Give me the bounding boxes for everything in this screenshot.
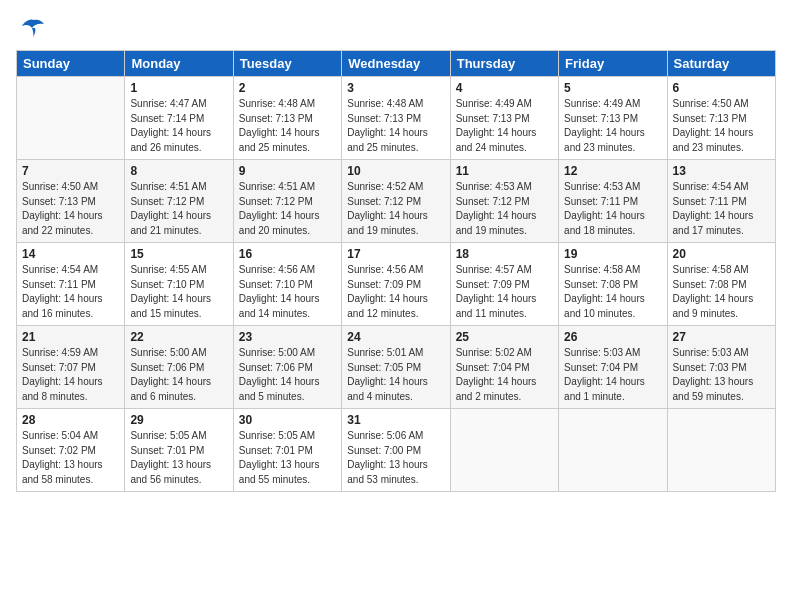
calendar-cell: 28Sunrise: 5:04 AM Sunset: 7:02 PM Dayli… (17, 409, 125, 492)
calendar-cell: 11Sunrise: 4:53 AM Sunset: 7:12 PM Dayli… (450, 160, 558, 243)
day-info: Sunrise: 4:54 AM Sunset: 7:11 PM Dayligh… (22, 263, 119, 321)
day-number: 10 (347, 164, 444, 178)
calendar-cell: 16Sunrise: 4:56 AM Sunset: 7:10 PM Dayli… (233, 243, 341, 326)
day-info: Sunrise: 4:53 AM Sunset: 7:12 PM Dayligh… (456, 180, 553, 238)
day-number: 25 (456, 330, 553, 344)
day-number: 30 (239, 413, 336, 427)
day-header-monday: Monday (125, 51, 233, 77)
day-number: 13 (673, 164, 770, 178)
day-info: Sunrise: 4:58 AM Sunset: 7:08 PM Dayligh… (564, 263, 661, 321)
day-info: Sunrise: 4:48 AM Sunset: 7:13 PM Dayligh… (347, 97, 444, 155)
day-number: 20 (673, 247, 770, 261)
day-info: Sunrise: 5:03 AM Sunset: 7:04 PM Dayligh… (564, 346, 661, 404)
day-info: Sunrise: 5:06 AM Sunset: 7:00 PM Dayligh… (347, 429, 444, 487)
calendar-week-4: 21Sunrise: 4:59 AM Sunset: 7:07 PM Dayli… (17, 326, 776, 409)
day-header-saturday: Saturday (667, 51, 775, 77)
calendar-cell: 20Sunrise: 4:58 AM Sunset: 7:08 PM Dayli… (667, 243, 775, 326)
day-number: 2 (239, 81, 336, 95)
day-info: Sunrise: 4:57 AM Sunset: 7:09 PM Dayligh… (456, 263, 553, 321)
calendar-cell: 5Sunrise: 4:49 AM Sunset: 7:13 PM Daylig… (559, 77, 667, 160)
calendar-week-1: 1Sunrise: 4:47 AM Sunset: 7:14 PM Daylig… (17, 77, 776, 160)
day-info: Sunrise: 4:59 AM Sunset: 7:07 PM Dayligh… (22, 346, 119, 404)
page-header (16, 16, 776, 38)
day-info: Sunrise: 4:51 AM Sunset: 7:12 PM Dayligh… (239, 180, 336, 238)
calendar-cell: 3Sunrise: 4:48 AM Sunset: 7:13 PM Daylig… (342, 77, 450, 160)
day-number: 31 (347, 413, 444, 427)
day-info: Sunrise: 4:52 AM Sunset: 7:12 PM Dayligh… (347, 180, 444, 238)
day-info: Sunrise: 4:51 AM Sunset: 7:12 PM Dayligh… (130, 180, 227, 238)
calendar-cell: 6Sunrise: 4:50 AM Sunset: 7:13 PM Daylig… (667, 77, 775, 160)
day-number: 26 (564, 330, 661, 344)
logo (16, 16, 50, 38)
calendar-cell: 29Sunrise: 5:05 AM Sunset: 7:01 PM Dayli… (125, 409, 233, 492)
day-number: 8 (130, 164, 227, 178)
day-info: Sunrise: 5:04 AM Sunset: 7:02 PM Dayligh… (22, 429, 119, 487)
calendar-cell: 22Sunrise: 5:00 AM Sunset: 7:06 PM Dayli… (125, 326, 233, 409)
day-number: 7 (22, 164, 119, 178)
day-number: 12 (564, 164, 661, 178)
day-header-tuesday: Tuesday (233, 51, 341, 77)
day-number: 6 (673, 81, 770, 95)
calendar-cell: 14Sunrise: 4:54 AM Sunset: 7:11 PM Dayli… (17, 243, 125, 326)
day-number: 4 (456, 81, 553, 95)
day-info: Sunrise: 4:50 AM Sunset: 7:13 PM Dayligh… (22, 180, 119, 238)
calendar-cell: 18Sunrise: 4:57 AM Sunset: 7:09 PM Dayli… (450, 243, 558, 326)
calendar-week-2: 7Sunrise: 4:50 AM Sunset: 7:13 PM Daylig… (17, 160, 776, 243)
calendar-cell: 31Sunrise: 5:06 AM Sunset: 7:00 PM Dayli… (342, 409, 450, 492)
day-info: Sunrise: 4:55 AM Sunset: 7:10 PM Dayligh… (130, 263, 227, 321)
logo-bird-icon (20, 16, 48, 38)
calendar-cell: 10Sunrise: 4:52 AM Sunset: 7:12 PM Dayli… (342, 160, 450, 243)
calendar-cell: 7Sunrise: 4:50 AM Sunset: 7:13 PM Daylig… (17, 160, 125, 243)
day-number: 11 (456, 164, 553, 178)
calendar-cell (667, 409, 775, 492)
calendar-cell: 30Sunrise: 5:05 AM Sunset: 7:01 PM Dayli… (233, 409, 341, 492)
calendar-cell (559, 409, 667, 492)
calendar-cell (17, 77, 125, 160)
day-info: Sunrise: 5:00 AM Sunset: 7:06 PM Dayligh… (239, 346, 336, 404)
day-info: Sunrise: 5:05 AM Sunset: 7:01 PM Dayligh… (130, 429, 227, 487)
day-number: 15 (130, 247, 227, 261)
calendar-week-5: 28Sunrise: 5:04 AM Sunset: 7:02 PM Dayli… (17, 409, 776, 492)
day-info: Sunrise: 4:53 AM Sunset: 7:11 PM Dayligh… (564, 180, 661, 238)
calendar-cell: 13Sunrise: 4:54 AM Sunset: 7:11 PM Dayli… (667, 160, 775, 243)
day-number: 29 (130, 413, 227, 427)
day-info: Sunrise: 4:47 AM Sunset: 7:14 PM Dayligh… (130, 97, 227, 155)
day-info: Sunrise: 5:00 AM Sunset: 7:06 PM Dayligh… (130, 346, 227, 404)
day-info: Sunrise: 5:05 AM Sunset: 7:01 PM Dayligh… (239, 429, 336, 487)
day-number: 9 (239, 164, 336, 178)
day-info: Sunrise: 4:54 AM Sunset: 7:11 PM Dayligh… (673, 180, 770, 238)
calendar-cell: 12Sunrise: 4:53 AM Sunset: 7:11 PM Dayli… (559, 160, 667, 243)
day-header-wednesday: Wednesday (342, 51, 450, 77)
day-number: 17 (347, 247, 444, 261)
calendar-cell (450, 409, 558, 492)
calendar-cell: 4Sunrise: 4:49 AM Sunset: 7:13 PM Daylig… (450, 77, 558, 160)
day-info: Sunrise: 4:50 AM Sunset: 7:13 PM Dayligh… (673, 97, 770, 155)
day-number: 22 (130, 330, 227, 344)
day-number: 21 (22, 330, 119, 344)
day-info: Sunrise: 4:49 AM Sunset: 7:13 PM Dayligh… (564, 97, 661, 155)
calendar-cell: 2Sunrise: 4:48 AM Sunset: 7:13 PM Daylig… (233, 77, 341, 160)
day-number: 28 (22, 413, 119, 427)
day-info: Sunrise: 4:56 AM Sunset: 7:09 PM Dayligh… (347, 263, 444, 321)
header-row: SundayMondayTuesdayWednesdayThursdayFrid… (17, 51, 776, 77)
calendar-cell: 1Sunrise: 4:47 AM Sunset: 7:14 PM Daylig… (125, 77, 233, 160)
calendar-cell: 19Sunrise: 4:58 AM Sunset: 7:08 PM Dayli… (559, 243, 667, 326)
day-info: Sunrise: 5:03 AM Sunset: 7:03 PM Dayligh… (673, 346, 770, 404)
calendar-cell: 23Sunrise: 5:00 AM Sunset: 7:06 PM Dayli… (233, 326, 341, 409)
calendar-cell: 9Sunrise: 4:51 AM Sunset: 7:12 PM Daylig… (233, 160, 341, 243)
calendar-body: 1Sunrise: 4:47 AM Sunset: 7:14 PM Daylig… (17, 77, 776, 492)
day-number: 3 (347, 81, 444, 95)
calendar-cell: 27Sunrise: 5:03 AM Sunset: 7:03 PM Dayli… (667, 326, 775, 409)
day-header-friday: Friday (559, 51, 667, 77)
calendar-cell: 17Sunrise: 4:56 AM Sunset: 7:09 PM Dayli… (342, 243, 450, 326)
calendar-week-3: 14Sunrise: 4:54 AM Sunset: 7:11 PM Dayli… (17, 243, 776, 326)
day-header-sunday: Sunday (17, 51, 125, 77)
day-number: 19 (564, 247, 661, 261)
calendar-cell: 8Sunrise: 4:51 AM Sunset: 7:12 PM Daylig… (125, 160, 233, 243)
calendar-cell: 15Sunrise: 4:55 AM Sunset: 7:10 PM Dayli… (125, 243, 233, 326)
day-info: Sunrise: 5:02 AM Sunset: 7:04 PM Dayligh… (456, 346, 553, 404)
day-header-thursday: Thursday (450, 51, 558, 77)
day-info: Sunrise: 5:01 AM Sunset: 7:05 PM Dayligh… (347, 346, 444, 404)
day-number: 5 (564, 81, 661, 95)
calendar-cell: 24Sunrise: 5:01 AM Sunset: 7:05 PM Dayli… (342, 326, 450, 409)
